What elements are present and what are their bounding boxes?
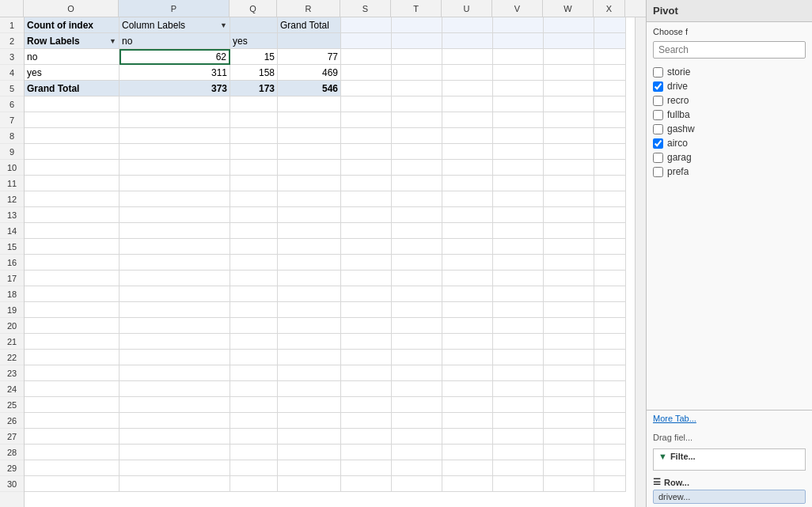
empty-cell[interactable] [594, 397, 626, 413]
col-header-Q[interactable]: Q [230, 0, 277, 17]
empty-cell[interactable] [25, 160, 120, 176]
empty-cell[interactable] [278, 176, 341, 191]
empty-cell[interactable] [341, 397, 392, 413]
empty-cell[interactable] [594, 318, 626, 334]
cell-S4[interactable] [341, 65, 392, 81]
empty-cell[interactable] [230, 176, 278, 191]
empty-cell[interactable] [392, 445, 442, 460]
empty-cell[interactable] [230, 397, 278, 413]
cell-X5[interactable] [594, 81, 626, 96]
col-header-U[interactable]: U [442, 0, 492, 17]
empty-cell[interactable] [278, 128, 341, 144]
empty-cell[interactable] [25, 460, 120, 476]
cell-Q1[interactable] [230, 17, 278, 33]
cell-T4[interactable] [392, 65, 442, 81]
empty-cell[interactable] [278, 302, 341, 318]
empty-cell[interactable] [442, 271, 493, 286]
empty-cell[interactable] [594, 191, 626, 207]
empty-cell[interactable] [392, 397, 442, 413]
empty-cell[interactable] [442, 429, 493, 445]
cell-R3[interactable]: 77 [278, 49, 341, 65]
pivot-field-checkbox[interactable] [653, 153, 663, 163]
cell-R5[interactable]: 546 [278, 81, 341, 96]
empty-cell[interactable] [493, 223, 544, 239]
empty-cell[interactable] [278, 365, 341, 381]
cell-P5[interactable]: 373 [120, 81, 230, 96]
empty-cell[interactable] [493, 255, 544, 271]
empty-cell[interactable] [594, 350, 626, 365]
cell-U5[interactable] [442, 81, 493, 96]
cell-P4[interactable]: 311 [120, 65, 230, 81]
row-labels-dropdown-icon[interactable]: ▼ [109, 37, 116, 45]
empty-cell[interactable] [493, 350, 544, 365]
empty-cell[interactable] [25, 334, 120, 350]
empty-cell[interactable] [278, 271, 341, 286]
empty-cell[interactable] [392, 191, 442, 207]
empty-cell[interactable] [120, 302, 230, 318]
pivot-field-checkbox[interactable] [653, 67, 663, 78]
empty-cell[interactable] [392, 223, 442, 239]
empty-cell[interactable] [493, 365, 544, 381]
pivot-field-checkbox[interactable] [653, 167, 663, 177]
cell-V5[interactable] [493, 81, 544, 96]
empty-cell[interactable] [544, 445, 594, 460]
empty-cell[interactable] [120, 96, 230, 112]
empty-cell[interactable] [230, 302, 278, 318]
empty-cell[interactable] [442, 128, 493, 144]
empty-cell[interactable] [120, 476, 230, 492]
cell-U4[interactable] [442, 65, 493, 81]
empty-cell[interactable] [120, 160, 230, 176]
cell-W3[interactable] [544, 49, 594, 65]
empty-cell[interactable] [392, 365, 442, 381]
empty-cell[interactable] [594, 144, 626, 160]
empty-cell[interactable] [278, 286, 341, 302]
empty-cell[interactable] [341, 96, 392, 112]
empty-cell[interactable] [120, 445, 230, 460]
pivot-field-checkbox[interactable] [653, 81, 663, 92]
empty-cell[interactable] [341, 302, 392, 318]
empty-cell[interactable] [442, 255, 493, 271]
cell-O1[interactable]: Count of index [25, 17, 120, 33]
empty-cell[interactable] [544, 207, 594, 223]
empty-cell[interactable] [544, 255, 594, 271]
empty-cell[interactable] [278, 96, 341, 112]
empty-cell[interactable] [341, 207, 392, 223]
empty-cell[interactable] [341, 144, 392, 160]
empty-cell[interactable] [230, 160, 278, 176]
empty-cell[interactable] [544, 96, 594, 112]
empty-cell[interactable] [120, 207, 230, 223]
empty-cell[interactable] [392, 429, 442, 445]
empty-cell[interactable] [594, 302, 626, 318]
empty-cell[interactable] [442, 207, 493, 223]
empty-cell[interactable] [442, 176, 493, 191]
empty-cell[interactable] [278, 255, 341, 271]
empty-cell[interactable] [120, 381, 230, 397]
cell-X1[interactable] [594, 17, 626, 33]
pivot-field-checkbox[interactable] [653, 96, 663, 106]
empty-cell[interactable] [278, 239, 341, 255]
empty-cell[interactable] [442, 318, 493, 334]
empty-cell[interactable] [25, 223, 120, 239]
cell-X3[interactable] [594, 49, 626, 65]
col-header-P[interactable]: P [119, 0, 230, 17]
empty-cell[interactable] [392, 176, 442, 191]
empty-cell[interactable] [392, 476, 442, 492]
empty-cell[interactable] [544, 460, 594, 476]
empty-cell[interactable] [442, 144, 493, 160]
empty-cell[interactable] [493, 112, 544, 128]
cell-T3[interactable] [392, 49, 442, 65]
cell-X2[interactable] [594, 33, 626, 49]
empty-cell[interactable] [442, 239, 493, 255]
empty-cell[interactable] [120, 365, 230, 381]
empty-cell[interactable] [544, 286, 594, 302]
empty-cell[interactable] [120, 286, 230, 302]
empty-cell[interactable] [442, 96, 493, 112]
empty-cell[interactable] [544, 271, 594, 286]
col-header-O[interactable]: O [24, 0, 119, 17]
empty-cell[interactable] [25, 128, 120, 144]
empty-cell[interactable] [341, 271, 392, 286]
empty-cell[interactable] [493, 239, 544, 255]
empty-cell[interactable] [341, 365, 392, 381]
empty-cell[interactable] [392, 271, 442, 286]
empty-cell[interactable] [493, 460, 544, 476]
